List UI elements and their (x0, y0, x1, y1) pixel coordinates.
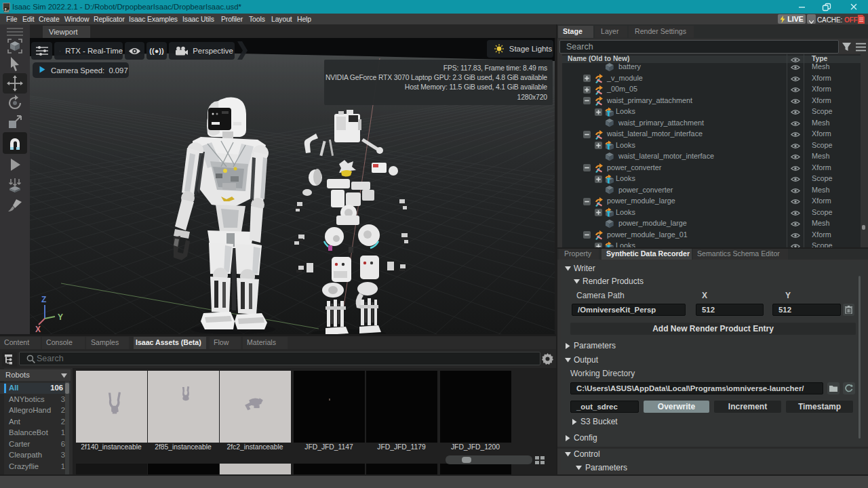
svg-text:Z: Z (41, 295, 46, 304)
svg-text:Y: Y (58, 312, 63, 322)
svg-text:X: X (35, 325, 41, 334)
